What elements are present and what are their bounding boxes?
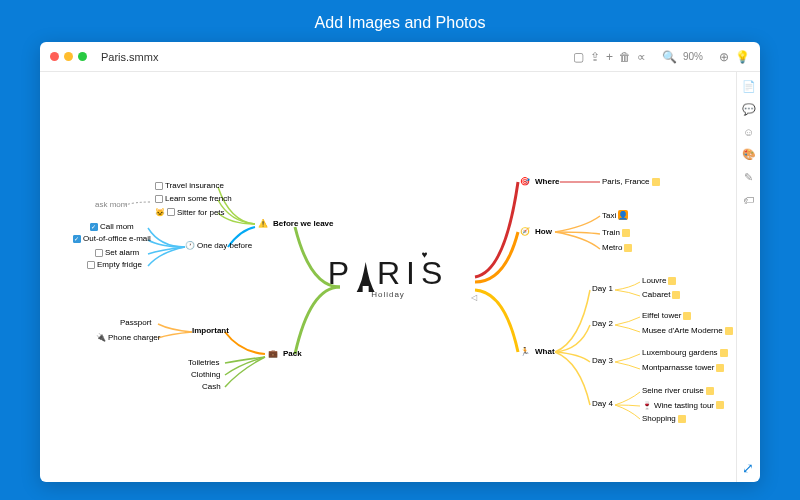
list-item[interactable]: Out-of-office e-mail bbox=[73, 234, 151, 243]
note-icon[interactable] bbox=[668, 277, 676, 285]
chat-icon[interactable]: 💬 bbox=[742, 103, 756, 116]
note-icon[interactable] bbox=[716, 364, 724, 372]
node-what[interactable]: 🏃What bbox=[520, 346, 558, 357]
share-icon[interactable]: ⇪ bbox=[590, 50, 600, 64]
note-icon[interactable] bbox=[652, 178, 660, 186]
running-icon: 🏃 bbox=[520, 347, 530, 357]
right-toolbar: 📄 💬 ☺ 🎨 ✎ 🏷 bbox=[736, 72, 760, 482]
list-item[interactable]: Empty fridge bbox=[87, 260, 142, 269]
list-item[interactable]: Travel insurance bbox=[155, 181, 224, 190]
note-icon[interactable] bbox=[716, 401, 724, 409]
node-ask-mom[interactable]: ask mom bbox=[95, 200, 127, 209]
node-where[interactable]: 🎯Where bbox=[520, 176, 562, 187]
checkbox-icon[interactable] bbox=[87, 261, 95, 269]
plus-icon[interactable]: + bbox=[606, 50, 613, 64]
clock-icon: 🕐 bbox=[185, 240, 195, 250]
list-item[interactable]: Set alarm bbox=[95, 248, 139, 257]
list-item[interactable]: Eiffel tower bbox=[642, 311, 691, 320]
node-day4[interactable]: Day 4 bbox=[592, 399, 613, 408]
center-title: PRIS bbox=[328, 255, 449, 292]
wine-icon: 🍷 bbox=[642, 400, 652, 410]
compass-icon: 🧭 bbox=[520, 227, 530, 237]
palette-icon[interactable]: 🎨 bbox=[742, 148, 756, 161]
list-item[interactable]: 🍷Wine tasting tour bbox=[642, 400, 724, 410]
filename: Paris.smmx bbox=[101, 51, 158, 63]
node-how[interactable]: 🧭How bbox=[520, 226, 555, 237]
note-icon[interactable] bbox=[720, 349, 728, 357]
node-before-we-leave[interactable]: ⚠️Before we leave bbox=[258, 218, 336, 229]
link-icon[interactable]: ∝ bbox=[637, 50, 646, 64]
node-one-day-before[interactable]: 🕐One day before bbox=[185, 240, 252, 250]
list-item[interactable]: 🔌Phone charger bbox=[96, 332, 160, 342]
list-item[interactable]: Louvre bbox=[642, 276, 676, 285]
list-item[interactable]: Shopping bbox=[642, 414, 686, 423]
target-icon: 🎯 bbox=[520, 177, 530, 187]
app-window: Paris.smmx ▢ ⇪ + 🗑 ∝ 🔍 90% ⊕ 💡 📄 💬 ☺ 🎨 ✎… bbox=[40, 42, 760, 482]
list-item[interactable]: 🐱Sitter for pets bbox=[155, 207, 225, 217]
note-icon[interactable] bbox=[725, 327, 733, 335]
list-item[interactable]: Luxembourg gardens bbox=[642, 348, 728, 357]
minimize-icon[interactable] bbox=[64, 52, 73, 61]
note-icon[interactable] bbox=[678, 415, 686, 423]
note-icon[interactable] bbox=[624, 244, 632, 252]
note-icon[interactable] bbox=[683, 312, 691, 320]
person-icon: 👤 bbox=[618, 210, 628, 220]
canvas[interactable]: PRIS Holiday ♥ ◁ bbox=[40, 72, 736, 482]
pen-icon[interactable]: ✎ bbox=[744, 171, 753, 184]
list-item[interactable]: Seine river cruise bbox=[642, 386, 714, 395]
center-node[interactable]: PRIS Holiday ♥ bbox=[328, 255, 449, 299]
list-item[interactable]: Musee d'Arte Moderne bbox=[642, 326, 733, 335]
collapse-icon[interactable]: ◁ bbox=[471, 293, 477, 302]
node-pack[interactable]: 💼Pack bbox=[268, 348, 305, 359]
heart-icon: ♥ bbox=[422, 249, 428, 260]
close-icon[interactable] bbox=[50, 52, 59, 61]
search-icon[interactable]: 🔍 bbox=[662, 50, 677, 64]
toolbar: Paris.smmx ▢ ⇪ + 🗑 ∝ 🔍 90% ⊕ 💡 bbox=[40, 42, 760, 72]
list-item[interactable]: Toiletries bbox=[188, 358, 220, 367]
briefcase-icon: 💼 bbox=[268, 349, 278, 359]
zoom-level: 90% bbox=[683, 51, 703, 62]
node-day1[interactable]: Day 1 bbox=[592, 284, 613, 293]
globe-icon[interactable]: ⊕ bbox=[719, 50, 729, 64]
list-item[interactable]: Metro bbox=[602, 243, 632, 252]
checkbox-icon[interactable] bbox=[155, 195, 163, 203]
list-item[interactable]: Call mom bbox=[90, 222, 134, 231]
checkbox-icon[interactable] bbox=[73, 235, 81, 243]
list-item[interactable]: Cash bbox=[202, 382, 221, 391]
list-item[interactable]: Clothing bbox=[191, 370, 220, 379]
cat-icon: 🐱 bbox=[155, 207, 165, 217]
list-item[interactable]: Montparnasse tower bbox=[642, 363, 724, 372]
list-item[interactable]: Cabaret bbox=[642, 290, 680, 299]
list-item[interactable]: Learn some french bbox=[155, 194, 232, 203]
bulb-icon[interactable]: 💡 bbox=[735, 50, 750, 64]
list-item[interactable]: Paris, France bbox=[602, 177, 660, 186]
list-item[interactable]: Train bbox=[602, 228, 630, 237]
checkbox-icon[interactable] bbox=[167, 208, 175, 216]
maximize-icon[interactable] bbox=[78, 52, 87, 61]
checkbox-icon[interactable] bbox=[95, 249, 103, 257]
image-icon[interactable]: ▢ bbox=[573, 50, 584, 64]
node-day2[interactable]: Day 2 bbox=[592, 319, 613, 328]
note-icon[interactable] bbox=[672, 291, 680, 299]
list-item[interactable]: Passport bbox=[120, 318, 152, 327]
trash-icon[interactable]: 🗑 bbox=[619, 50, 631, 64]
note-icon[interactable]: 📄 bbox=[742, 80, 756, 93]
page-title: Add Images and Photos bbox=[315, 0, 486, 42]
smile-icon[interactable]: ☺ bbox=[743, 126, 754, 138]
window-controls[interactable] bbox=[50, 52, 87, 61]
warning-icon: ⚠️ bbox=[258, 219, 268, 229]
list-item[interactable]: Taxi👤 bbox=[602, 210, 628, 220]
node-day3[interactable]: Day 3 bbox=[592, 356, 613, 365]
expand-icon[interactable]: ⤢ bbox=[742, 460, 754, 476]
checkbox-icon[interactable] bbox=[155, 182, 163, 190]
plug-icon: 🔌 bbox=[96, 332, 106, 342]
checkbox-icon[interactable] bbox=[90, 223, 98, 231]
tag-icon[interactable]: 🏷 bbox=[743, 194, 754, 206]
note-icon[interactable] bbox=[706, 387, 714, 395]
node-important[interactable]: Important bbox=[192, 326, 229, 335]
note-icon[interactable] bbox=[622, 229, 630, 237]
